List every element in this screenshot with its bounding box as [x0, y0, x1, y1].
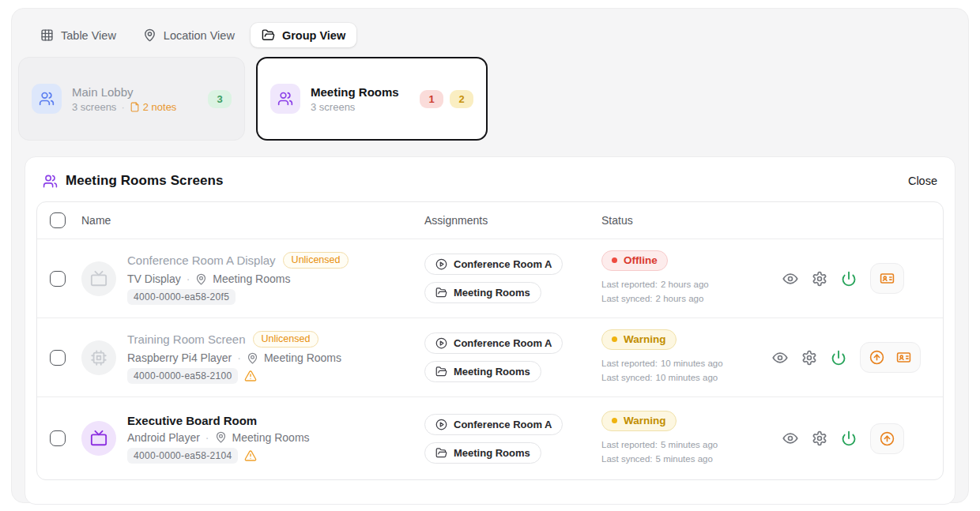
table-row: Training Room Screen Unlicensed Raspberr…	[37, 318, 943, 397]
assignment-tag[interactable]: Conference Room A	[424, 414, 563, 435]
warning-triangle-icon	[244, 449, 257, 462]
group-notes-label: 2 notes	[143, 101, 177, 113]
device-location: Meeting Rooms	[232, 431, 310, 444]
group-notes[interactable]: 2 notes	[130, 101, 177, 113]
dot-separator: ·	[237, 351, 241, 364]
row-checkbox[interactable]	[50, 350, 66, 366]
tv-icon	[90, 430, 107, 447]
preview-button[interactable]	[782, 271, 798, 287]
location-pin-icon	[143, 28, 156, 42]
dot-separator: ·	[121, 101, 124, 113]
license-button[interactable]	[880, 271, 895, 286]
update-button[interactable]	[880, 431, 895, 446]
preview-button[interactable]	[772, 350, 788, 366]
tab-label: Table View	[61, 29, 116, 42]
tab-label: Group View	[282, 29, 345, 42]
status-label: Warning	[624, 415, 666, 426]
power-button[interactable]	[841, 271, 857, 287]
gear-icon	[812, 271, 827, 287]
assignment-label: Meeting Rooms	[454, 287, 530, 299]
assignment-label: Meeting Rooms	[454, 447, 530, 459]
tab-label: Location View	[164, 29, 235, 42]
column-header-name: Name	[81, 214, 424, 227]
alert-actions-box	[870, 423, 904, 454]
power-button[interactable]	[831, 350, 846, 366]
settings-button[interactable]	[812, 271, 827, 287]
assignment-tag[interactable]: Meeting Rooms	[424, 442, 541, 464]
users-icon	[43, 174, 58, 189]
eye-icon	[782, 271, 798, 287]
group-cards: Main Lobby 3 screens · 2 notes 3 Meet	[18, 57, 962, 141]
table-icon	[40, 28, 54, 42]
device-type: Android Player	[127, 431, 200, 444]
status-label: Offline	[624, 254, 658, 266]
status-dot	[612, 418, 617, 423]
id-card-icon	[896, 350, 911, 365]
unlicensed-badge: Unlicensed	[283, 252, 349, 269]
row-checkbox[interactable]	[50, 271, 66, 287]
note-icon	[130, 102, 140, 112]
assignment-label: Conference Room A	[454, 419, 552, 430]
warning-triangle-icon	[244, 370, 257, 382]
tab-group-view[interactable]: Group View	[251, 23, 356, 47]
group-avatar	[270, 84, 300, 114]
group-card-meeting-rooms[interactable]: Meeting Rooms 3 screens 1 2	[256, 57, 488, 141]
device-id-badge: 4000-0000-ea58-2104	[127, 448, 238, 464]
play-circle-icon	[435, 419, 447, 430]
group-name: Main Lobby	[72, 85, 176, 99]
screen-avatar	[81, 261, 116, 296]
eye-icon	[772, 350, 788, 366]
gear-icon	[801, 350, 817, 366]
tab-location-view[interactable]: Location View	[132, 23, 246, 47]
id-card-icon	[880, 271, 895, 286]
device-id-badge: 4000-0000-ea58-2100	[127, 368, 238, 384]
settings-button[interactable]	[812, 430, 827, 446]
power-button[interactable]	[841, 430, 857, 446]
select-all-checkbox[interactable]	[50, 212, 66, 228]
assignment-tag[interactable]: Conference Room A	[424, 254, 563, 275]
dot-separator: ·	[205, 431, 209, 444]
status-badge-warning: Warning	[601, 411, 677, 431]
group-avatar	[32, 84, 62, 114]
settings-button[interactable]	[801, 350, 817, 366]
update-button[interactable]	[869, 350, 884, 365]
location-pin-icon	[215, 431, 227, 443]
eye-icon	[782, 430, 798, 446]
unlicensed-badge: Unlicensed	[253, 331, 319, 348]
device-location: Meeting Rooms	[213, 272, 290, 285]
device-type: Raspberry Pi4 Player	[127, 351, 232, 364]
status-dot	[612, 257, 617, 263]
table-header-row: Name Assignments Status	[37, 202, 943, 239]
folder-open-icon	[262, 28, 275, 42]
play-circle-icon	[435, 258, 447, 270]
screens-table: Name Assignments Status Conference Room …	[36, 201, 944, 480]
assignment-label: Meeting Rooms	[454, 366, 530, 378]
screen-name[interactable]: Conference Room A Display	[127, 254, 276, 267]
preview-button[interactable]	[782, 430, 798, 446]
assignment-tag[interactable]: Conference Room A	[424, 333, 563, 354]
group-card-main-lobby[interactable]: Main Lobby 3 screens · 2 notes 3	[18, 57, 245, 141]
screen-name[interactable]: Training Room Screen	[127, 333, 246, 346]
status-badge-offline: Offline	[601, 250, 668, 271]
status-meta: Last reported:5 minutes ago Last synced:…	[601, 438, 772, 467]
close-panel-button[interactable]: Close	[908, 175, 937, 187]
folder-open-icon	[435, 447, 447, 459]
screen-name[interactable]: Executive Board Room	[127, 414, 257, 427]
power-icon	[841, 271, 857, 287]
group-count-badge-red: 1	[420, 90, 443, 108]
group-screens-count: 3 screens	[311, 101, 355, 113]
device-location: Meeting Rooms	[264, 351, 341, 364]
group-screens-panel: Meeting Rooms Screens Close Name Assignm…	[24, 156, 956, 505]
app-shell: Table View Location View Group View Main…	[11, 8, 969, 503]
tab-table-view[interactable]: Table View	[29, 23, 127, 47]
assignment-tag[interactable]: Meeting Rooms	[424, 282, 541, 303]
cpu-chip-icon	[90, 349, 107, 366]
assignment-label: Conference Room A	[454, 337, 552, 349]
status-meta: Last reported:10 minutes ago Last synced…	[601, 357, 772, 385]
group-count-badge: 3	[208, 90, 232, 108]
status-label: Warning	[624, 333, 666, 345]
row-checkbox[interactable]	[50, 430, 66, 446]
assignment-label: Conference Room A	[454, 258, 552, 270]
assignment-tag[interactable]: Meeting Rooms	[424, 361, 541, 382]
license-button[interactable]	[896, 350, 911, 365]
